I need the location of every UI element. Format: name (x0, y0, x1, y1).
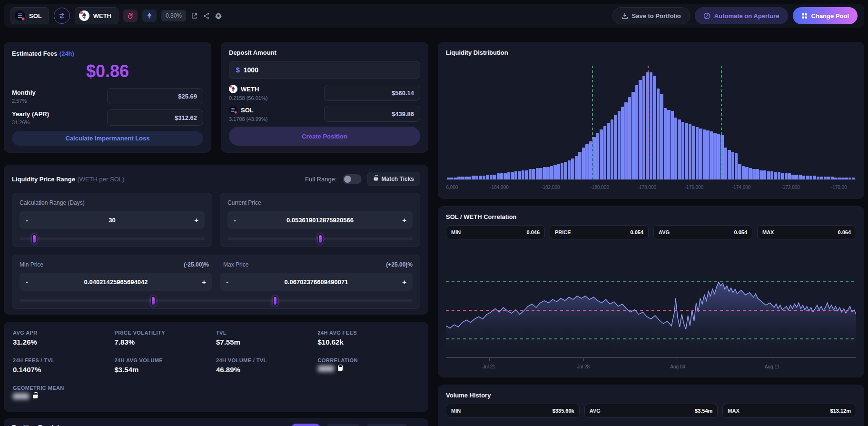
correlation-title: SOL / WETH Correlation (446, 213, 856, 220)
current-price-value[interactable]: 0.053619012875920566 (240, 217, 400, 224)
stat-label: 24H AVG FEES (318, 330, 420, 336)
estimated-fees-value: $0.86 (12, 61, 203, 81)
histogram-bar (689, 124, 691, 180)
external-link-icon[interactable] (191, 12, 198, 20)
histogram-bar (522, 170, 524, 180)
uniswap-dex-badge[interactable] (123, 10, 138, 22)
top-bar: SOL WETH (4, 4, 864, 28)
histogram-bar (571, 159, 574, 180)
histogram-bar (500, 173, 503, 180)
save-to-portfolio-button[interactable]: Save to Portfolio (612, 7, 690, 24)
stat-value: 7.83% (115, 338, 217, 346)
histogram-bar (557, 164, 560, 180)
stat-box-value: 0.054 (734, 229, 747, 235)
max-price-line (446, 281, 856, 282)
histogram-bar (742, 166, 745, 180)
histogram-bar (611, 119, 613, 180)
full-range-toggle[interactable] (343, 174, 362, 184)
sol-row-label: SOL (241, 107, 254, 114)
stat-box-label: MAX (762, 229, 774, 235)
increment-button[interactable]: + (400, 278, 406, 286)
right-column: Liquidity Distribution 6,000-184,000-182… (438, 42, 864, 426)
histogram-bar (564, 162, 567, 180)
create-position-button[interactable]: Create Position (229, 127, 420, 146)
monthly-fees-field[interactable]: $25.69 (107, 88, 203, 104)
price-range-subtitle: (WETH per SOL) (77, 176, 124, 183)
increment-button[interactable]: + (192, 216, 198, 224)
download-icon (621, 12, 628, 19)
weth-amount-value: $560.14 (392, 89, 414, 97)
ethereum-network-badge[interactable] (142, 10, 157, 22)
swap-tokens-button[interactable] (54, 8, 70, 24)
increment-button[interactable]: + (400, 216, 406, 224)
decrement-button[interactable]: - (26, 216, 32, 224)
x-tick-label: 6,000 (446, 185, 458, 190)
masked-value (13, 393, 29, 399)
slider-thumb[interactable] (32, 234, 37, 244)
increment-button[interactable]: + (199, 278, 206, 286)
min-price-value[interactable]: 0.04021425965694042 (32, 278, 199, 286)
current-price-line (446, 310, 856, 311)
breakdown-toggle[interactable]: $ Price (290, 424, 321, 426)
histogram-bar (532, 169, 535, 180)
calculation-range-slider[interactable] (20, 238, 205, 240)
x-tick-label: -180,000 (591, 185, 609, 190)
breakdown-toggle-group: $ PriceBy ValueBy Position (290, 424, 409, 426)
stat-label: 24H FEES / TVL (13, 357, 115, 363)
min-price-thumb[interactable] (151, 296, 156, 306)
settings-gear-icon[interactable] (215, 12, 222, 20)
yearly-fees-field[interactable]: $312.62 (107, 109, 203, 126)
histogram-bar (497, 173, 500, 180)
calculation-range-stepper: - 30 + (20, 211, 205, 229)
min-price-pct: (-25.00)% (184, 261, 209, 268)
x-tick-label: Aug 04 (670, 364, 685, 369)
change-pool-button[interactable]: Change Pool (793, 7, 858, 24)
decrement-button[interactable]: - (226, 278, 233, 286)
share-icon[interactable] (203, 12, 210, 20)
current-price-slider[interactable] (227, 238, 413, 240)
breakdown-toggle[interactable]: By Value (325, 424, 361, 426)
token1-selector[interactable]: WETH (75, 7, 118, 24)
histogram-bar (692, 126, 695, 180)
max-price-thumb[interactable] (273, 296, 277, 306)
lock-icon (374, 177, 378, 180)
weth-token-icon (79, 10, 89, 21)
liquidity-distribution-chart[interactable]: 6,000-184,000-182,000-180,000-178,000-17… (446, 59, 856, 192)
histogram-bar (635, 85, 638, 180)
token0-selector[interactable]: SOL (10, 7, 49, 24)
decrement-button[interactable]: - (234, 216, 240, 224)
calculate-impermanent-loss-button[interactable]: Calculate Impermanent Loss (12, 131, 203, 146)
stat-cell: PRICE VOLATILITY7.83% (115, 330, 217, 346)
breakdown-toggle[interactable]: By Position (365, 424, 409, 426)
deposit-amount-input[interactable]: $ 1000 (229, 61, 420, 79)
match-ticks-button[interactable]: Match Ticks (367, 172, 420, 186)
histogram-bar (618, 111, 621, 180)
histogram-bar (504, 173, 507, 180)
sol-amount-field[interactable]: $439.86 (324, 106, 420, 122)
histogram-bar (774, 172, 777, 180)
monthly-fees-value: $25.69 (178, 93, 197, 100)
max-price-stepper: - 0.06702376609490071 + (220, 273, 413, 291)
stat-box-value: 0.064 (838, 229, 851, 235)
volume-stat-boxes: MIN$335.60kAVG$3.54mMAX$13.12m (446, 404, 856, 418)
decrement-button[interactable]: - (26, 278, 32, 286)
histogram-bar (678, 119, 681, 180)
histogram-bar (561, 163, 563, 180)
histogram-bar (553, 165, 556, 180)
yearly-fees-value: $312.62 (175, 114, 197, 121)
max-price-value[interactable]: 0.06702376609490071 (233, 278, 400, 286)
histogram-bar (607, 123, 610, 180)
automate-on-aperture-button[interactable]: Automate on Aperture (695, 7, 788, 24)
price-range-dual-slider[interactable] (20, 299, 413, 302)
fee-tier-value: 0.30% (166, 12, 182, 19)
correlation-chart[interactable]: Jul 21Jul 28Aug 04Aug 11 (446, 243, 856, 370)
monthly-pct: 2.57% (12, 98, 36, 104)
histogram-bar (614, 115, 617, 180)
left-column: Estimated Fees (24h) $0.86 Monthly 2.57%… (4, 42, 428, 426)
position-breakdown-title: Position Breakdown (12, 424, 71, 426)
calculation-range-value[interactable]: 30 (32, 217, 192, 224)
histogram-bar (624, 102, 627, 180)
min-max-price-card: Min Price (-25.00)% Max Price (+25.00)% … (12, 255, 420, 309)
slider-thumb[interactable] (318, 234, 323, 244)
weth-amount-field[interactable]: $560.14 (324, 85, 420, 101)
